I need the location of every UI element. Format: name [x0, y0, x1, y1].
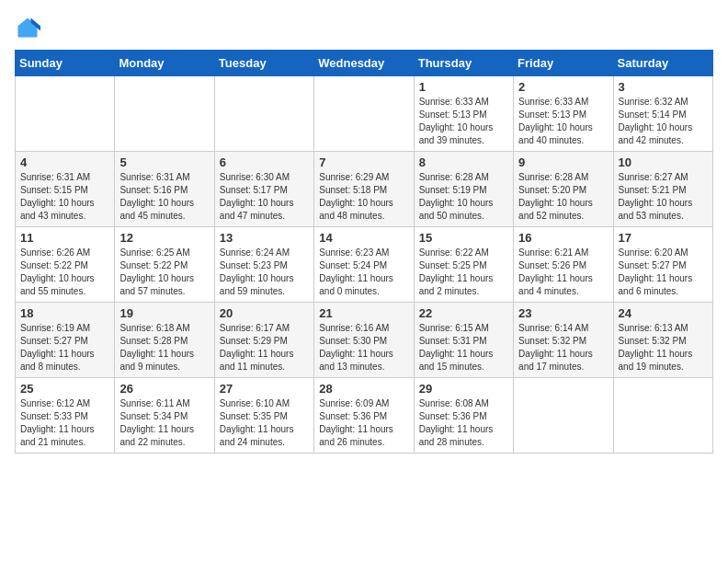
calendar-cell: 29Sunrise: 6:08 AM Sunset: 5:36 PM Dayli…	[414, 378, 513, 454]
calendar-cell: 4Sunrise: 6:31 AM Sunset: 5:15 PM Daylig…	[16, 152, 115, 227]
calendar-cell: 28Sunrise: 6:09 AM Sunset: 5:36 PM Dayli…	[314, 378, 414, 454]
day-number: 25	[20, 382, 109, 396]
day-number: 23	[518, 306, 608, 320]
logo	[15, 15, 44, 40]
day-info: Sunrise: 6:24 AM Sunset: 5:23 PM Dayligh…	[220, 247, 309, 298]
day-info: Sunrise: 6:31 AM Sunset: 5:15 PM Dayligh…	[20, 171, 109, 223]
calendar-cell	[514, 378, 613, 454]
calendar-cell: 23Sunrise: 6:14 AM Sunset: 5:32 PM Dayli…	[514, 303, 613, 378]
calendar-week-row: 1Sunrise: 6:33 AM Sunset: 5:13 PM Daylig…	[16, 76, 713, 152]
day-number: 1	[419, 80, 508, 94]
calendar-cell: 13Sunrise: 6:24 AM Sunset: 5:23 PM Dayli…	[214, 227, 313, 303]
day-number: 8	[419, 155, 508, 169]
day-of-week-header: Thursday	[414, 51, 513, 76]
calendar-week-row: 25Sunrise: 6:12 AM Sunset: 5:33 PM Dayli…	[16, 378, 713, 454]
calendar-cell: 24Sunrise: 6:13 AM Sunset: 5:32 PM Dayli…	[613, 303, 712, 378]
day-number: 10	[619, 155, 708, 169]
day-info: Sunrise: 6:27 AM Sunset: 5:21 PM Dayligh…	[619, 171, 708, 223]
day-number: 13	[220, 231, 309, 245]
calendar-cell: 11Sunrise: 6:26 AM Sunset: 5:22 PM Dayli…	[16, 227, 115, 303]
day-info: Sunrise: 6:32 AM Sunset: 5:14 PM Dayligh…	[619, 96, 708, 147]
day-info: Sunrise: 6:10 AM Sunset: 5:35 PM Dayligh…	[220, 397, 309, 449]
day-info: Sunrise: 6:11 AM Sunset: 5:34 PM Dayligh…	[119, 397, 209, 449]
day-info: Sunrise: 6:33 AM Sunset: 5:13 PM Dayligh…	[419, 96, 508, 147]
calendar-cell: 14Sunrise: 6:23 AM Sunset: 5:24 PM Dayli…	[314, 227, 414, 303]
day-number: 2	[518, 80, 608, 94]
day-number: 16	[518, 231, 608, 245]
day-of-week-header: Saturday	[613, 51, 712, 76]
calendar-cell: 21Sunrise: 6:16 AM Sunset: 5:30 PM Dayli…	[314, 303, 414, 378]
day-of-week-header: Friday	[514, 51, 613, 76]
calendar-cell	[613, 378, 712, 454]
calendar-cell: 12Sunrise: 6:25 AM Sunset: 5:22 PM Dayli…	[115, 227, 214, 303]
calendar-cell: 27Sunrise: 6:10 AM Sunset: 5:35 PM Dayli…	[214, 378, 313, 454]
day-number: 22	[419, 306, 508, 320]
day-number: 15	[419, 231, 508, 245]
day-number: 12	[119, 231, 209, 245]
day-info: Sunrise: 6:30 AM Sunset: 5:17 PM Dayligh…	[220, 171, 309, 223]
calendar-week-row: 4Sunrise: 6:31 AM Sunset: 5:15 PM Daylig…	[16, 152, 713, 227]
calendar-cell: 5Sunrise: 6:31 AM Sunset: 5:16 PM Daylig…	[115, 152, 214, 227]
day-number: 11	[20, 231, 109, 245]
day-info: Sunrise: 6:17 AM Sunset: 5:29 PM Dayligh…	[220, 322, 309, 373]
day-info: Sunrise: 6:20 AM Sunset: 5:27 PM Dayligh…	[619, 247, 708, 298]
day-number: 14	[319, 231, 408, 245]
calendar-cell	[214, 76, 313, 152]
day-of-week-header: Sunday	[16, 51, 115, 76]
day-info: Sunrise: 6:23 AM Sunset: 5:24 PM Dayligh…	[319, 247, 408, 298]
calendar-cell: 22Sunrise: 6:15 AM Sunset: 5:31 PM Dayli…	[414, 303, 513, 378]
calendar-cell: 20Sunrise: 6:17 AM Sunset: 5:29 PM Dayli…	[214, 303, 313, 378]
calendar-cell: 25Sunrise: 6:12 AM Sunset: 5:33 PM Dayli…	[16, 378, 115, 454]
svg-marker-0	[18, 18, 38, 38]
day-number: 20	[220, 306, 309, 320]
day-info: Sunrise: 6:29 AM Sunset: 5:18 PM Dayligh…	[319, 171, 408, 223]
calendar-cell: 8Sunrise: 6:28 AM Sunset: 5:19 PM Daylig…	[414, 152, 513, 227]
calendar-cell: 3Sunrise: 6:32 AM Sunset: 5:14 PM Daylig…	[613, 76, 712, 152]
day-of-week-header: Wednesday	[314, 51, 414, 76]
calendar-cell: 16Sunrise: 6:21 AM Sunset: 5:26 PM Dayli…	[514, 227, 613, 303]
page-header	[15, 15, 713, 40]
day-number: 4	[20, 155, 109, 169]
day-number: 3	[619, 80, 708, 94]
day-number: 26	[119, 382, 209, 396]
calendar-week-row: 11Sunrise: 6:26 AM Sunset: 5:22 PM Dayli…	[16, 227, 713, 303]
calendar-cell: 7Sunrise: 6:29 AM Sunset: 5:18 PM Daylig…	[314, 152, 414, 227]
calendar-cell: 10Sunrise: 6:27 AM Sunset: 5:21 PM Dayli…	[613, 152, 712, 227]
day-of-week-header: Tuesday	[214, 51, 313, 76]
calendar-header-row: SundayMondayTuesdayWednesdayThursdayFrid…	[16, 51, 713, 76]
calendar-cell	[314, 76, 414, 152]
calendar-cell: 2Sunrise: 6:33 AM Sunset: 5:13 PM Daylig…	[514, 76, 613, 152]
day-info: Sunrise: 6:26 AM Sunset: 5:22 PM Dayligh…	[20, 247, 109, 298]
day-info: Sunrise: 6:31 AM Sunset: 5:16 PM Dayligh…	[119, 171, 209, 223]
day-info: Sunrise: 6:21 AM Sunset: 5:26 PM Dayligh…	[518, 247, 608, 298]
calendar-cell	[16, 76, 115, 152]
calendar-cell: 6Sunrise: 6:30 AM Sunset: 5:17 PM Daylig…	[214, 152, 313, 227]
calendar-cell	[115, 76, 214, 152]
day-number: 6	[220, 155, 309, 169]
day-number: 9	[518, 155, 608, 169]
calendar-cell: 15Sunrise: 6:22 AM Sunset: 5:25 PM Dayli…	[414, 227, 513, 303]
calendar-cell: 1Sunrise: 6:33 AM Sunset: 5:13 PM Daylig…	[414, 76, 513, 152]
day-number: 17	[619, 231, 708, 245]
day-number: 5	[119, 155, 209, 169]
logo-icon	[15, 15, 40, 40]
calendar-cell: 9Sunrise: 6:28 AM Sunset: 5:20 PM Daylig…	[514, 152, 613, 227]
day-info: Sunrise: 6:33 AM Sunset: 5:13 PM Dayligh…	[518, 96, 608, 147]
day-info: Sunrise: 6:22 AM Sunset: 5:25 PM Dayligh…	[419, 247, 508, 298]
day-number: 21	[319, 306, 408, 320]
day-number: 19	[119, 306, 209, 320]
day-info: Sunrise: 6:25 AM Sunset: 5:22 PM Dayligh…	[119, 247, 209, 298]
day-info: Sunrise: 6:13 AM Sunset: 5:32 PM Dayligh…	[619, 322, 708, 373]
day-info: Sunrise: 6:12 AM Sunset: 5:33 PM Dayligh…	[20, 397, 109, 449]
calendar-cell: 19Sunrise: 6:18 AM Sunset: 5:28 PM Dayli…	[115, 303, 214, 378]
calendar-cell: 17Sunrise: 6:20 AM Sunset: 5:27 PM Dayli…	[613, 227, 712, 303]
day-number: 18	[20, 306, 109, 320]
calendar-week-row: 18Sunrise: 6:19 AM Sunset: 5:27 PM Dayli…	[16, 303, 713, 378]
day-info: Sunrise: 6:16 AM Sunset: 5:30 PM Dayligh…	[319, 322, 408, 373]
day-of-week-header: Monday	[115, 51, 214, 76]
calendar-cell: 18Sunrise: 6:19 AM Sunset: 5:27 PM Dayli…	[16, 303, 115, 378]
calendar-cell: 26Sunrise: 6:11 AM Sunset: 5:34 PM Dayli…	[115, 378, 214, 454]
day-info: Sunrise: 6:08 AM Sunset: 5:36 PM Dayligh…	[419, 397, 508, 449]
day-info: Sunrise: 6:15 AM Sunset: 5:31 PM Dayligh…	[419, 322, 508, 373]
calendar-table: SundayMondayTuesdayWednesdayThursdayFrid…	[15, 50, 713, 454]
